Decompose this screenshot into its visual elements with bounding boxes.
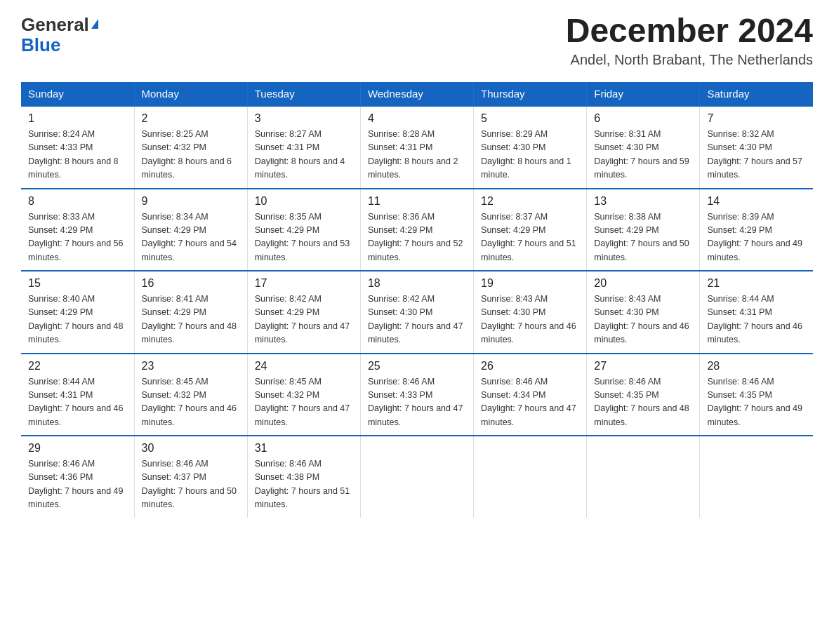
day-info: Sunrise: 8:34 AM Sunset: 4:29 PM Dayligh… [142,210,240,265]
calendar-week-4: 22 Sunrise: 8:44 AM Sunset: 4:31 PM Dayl… [21,354,813,436]
day-number: 11 [368,195,466,208]
calendar-cell: 8 Sunrise: 8:33 AM Sunset: 4:29 PM Dayli… [21,189,134,271]
day-number: 1 [28,112,127,125]
day-number: 26 [481,360,579,373]
weekday-header-monday: Monday [134,82,247,106]
day-info: Sunrise: 8:46 AM Sunset: 4:37 PM Dayligh… [142,457,240,512]
day-info: Sunrise: 8:35 AM Sunset: 4:29 PM Dayligh… [255,210,353,265]
weekday-header-saturday: Saturday [700,82,813,106]
day-number: 6 [594,112,692,125]
page-header: General Blue December 2024 Andel, North … [21,14,813,68]
day-number: 15 [28,277,127,290]
day-info: Sunrise: 8:40 AM Sunset: 4:29 PM Dayligh… [28,293,127,347]
calendar-cell: 21 Sunrise: 8:44 AM Sunset: 4:31 PM Dayl… [700,271,813,354]
calendar-week-5: 29 Sunrise: 8:46 AM Sunset: 4:36 PM Dayl… [21,436,813,518]
day-info: Sunrise: 8:33 AM Sunset: 4:29 PM Dayligh… [28,210,127,265]
day-number: 21 [707,277,806,290]
day-number: 14 [707,195,806,208]
day-number: 23 [142,360,240,373]
day-number: 28 [707,360,806,373]
calendar-week-2: 8 Sunrise: 8:33 AM Sunset: 4:29 PM Dayli… [21,189,813,271]
day-number: 3 [255,112,353,125]
day-number: 9 [142,195,240,208]
weekday-header-friday: Friday [587,82,700,106]
calendar-cell: 5 Sunrise: 8:29 AM Sunset: 4:30 PM Dayli… [474,106,587,189]
calendar-cell: 2 Sunrise: 8:25 AM Sunset: 4:32 PM Dayli… [134,106,247,189]
weekday-header-sunday: Sunday [21,82,134,106]
day-number: 5 [481,112,579,125]
calendar-cell: 20 Sunrise: 8:43 AM Sunset: 4:30 PM Dayl… [587,271,700,354]
day-number: 10 [255,195,353,208]
title-area: December 2024 Andel, North Brabant, The … [566,14,813,68]
day-info: Sunrise: 8:39 AM Sunset: 4:29 PM Dayligh… [707,210,806,265]
calendar-header-row: SundayMondayTuesdayWednesdayThursdayFrid… [21,82,813,106]
day-info: Sunrise: 8:29 AM Sunset: 4:30 PM Dayligh… [481,128,579,182]
logo-blue-text: Blue [21,34,60,56]
day-info: Sunrise: 8:46 AM Sunset: 4:35 PM Dayligh… [594,375,692,430]
calendar-cell: 26 Sunrise: 8:46 AM Sunset: 4:34 PM Dayl… [474,354,587,436]
calendar-cell: 9 Sunrise: 8:34 AM Sunset: 4:29 PM Dayli… [134,189,247,271]
day-number: 18 [368,277,466,290]
calendar-cell: 18 Sunrise: 8:42 AM Sunset: 4:30 PM Dayl… [360,271,473,354]
day-number: 20 [594,277,692,290]
calendar-cell: 29 Sunrise: 8:46 AM Sunset: 4:36 PM Dayl… [21,436,134,518]
weekday-header-thursday: Thursday [474,82,587,106]
day-number: 12 [481,195,579,208]
day-info: Sunrise: 8:31 AM Sunset: 4:30 PM Dayligh… [594,128,692,182]
day-info: Sunrise: 8:46 AM Sunset: 4:38 PM Dayligh… [255,457,353,512]
day-number: 16 [142,277,240,290]
day-number: 4 [368,112,466,125]
calendar-cell [587,436,700,518]
calendar-cell: 22 Sunrise: 8:44 AM Sunset: 4:31 PM Dayl… [21,354,134,436]
location-subtitle: Andel, North Brabant, The Netherlands [566,52,813,68]
day-number: 19 [481,277,579,290]
day-number: 8 [28,195,127,208]
day-info: Sunrise: 8:45 AM Sunset: 4:32 PM Dayligh… [142,375,240,430]
day-number: 25 [368,360,466,373]
day-info: Sunrise: 8:46 AM Sunset: 4:35 PM Dayligh… [707,375,806,430]
calendar-cell: 16 Sunrise: 8:41 AM Sunset: 4:29 PM Dayl… [134,271,247,354]
day-info: Sunrise: 8:45 AM Sunset: 4:32 PM Dayligh… [255,375,353,430]
calendar-week-1: 1 Sunrise: 8:24 AM Sunset: 4:33 PM Dayli… [21,106,813,189]
calendar-cell: 12 Sunrise: 8:37 AM Sunset: 4:29 PM Dayl… [474,189,587,271]
calendar-cell: 1 Sunrise: 8:24 AM Sunset: 4:33 PM Dayli… [21,106,134,189]
calendar-cell: 30 Sunrise: 8:46 AM Sunset: 4:37 PM Dayl… [134,436,247,518]
calendar-cell: 28 Sunrise: 8:46 AM Sunset: 4:35 PM Dayl… [700,354,813,436]
day-number: 22 [28,360,127,373]
calendar-cell: 3 Sunrise: 8:27 AM Sunset: 4:31 PM Dayli… [247,106,360,189]
day-info: Sunrise: 8:46 AM Sunset: 4:33 PM Dayligh… [368,375,466,430]
day-number: 29 [28,442,127,455]
day-info: Sunrise: 8:37 AM Sunset: 4:29 PM Dayligh… [481,210,579,265]
day-number: 7 [707,112,806,125]
day-number: 27 [594,360,692,373]
day-info: Sunrise: 8:43 AM Sunset: 4:30 PM Dayligh… [481,293,579,347]
calendar-cell: 17 Sunrise: 8:42 AM Sunset: 4:29 PM Dayl… [247,271,360,354]
day-number: 30 [142,442,240,455]
calendar-table: SundayMondayTuesdayWednesdayThursdayFrid… [21,82,813,518]
day-info: Sunrise: 8:25 AM Sunset: 4:32 PM Dayligh… [142,128,240,182]
calendar-cell [474,436,587,518]
day-info: Sunrise: 8:46 AM Sunset: 4:36 PM Dayligh… [28,457,127,512]
calendar-cell [700,436,813,518]
day-number: 17 [255,277,353,290]
calendar-week-3: 15 Sunrise: 8:40 AM Sunset: 4:29 PM Dayl… [21,271,813,354]
calendar-cell: 27 Sunrise: 8:46 AM Sunset: 4:35 PM Dayl… [587,354,700,436]
calendar-cell: 24 Sunrise: 8:45 AM Sunset: 4:32 PM Dayl… [247,354,360,436]
calendar-cell: 6 Sunrise: 8:31 AM Sunset: 4:30 PM Dayli… [587,106,700,189]
day-info: Sunrise: 8:36 AM Sunset: 4:29 PM Dayligh… [368,210,466,265]
day-info: Sunrise: 8:41 AM Sunset: 4:29 PM Dayligh… [142,293,240,347]
day-number: 31 [255,442,353,455]
calendar-cell: 23 Sunrise: 8:45 AM Sunset: 4:32 PM Dayl… [134,354,247,436]
calendar-cell: 15 Sunrise: 8:40 AM Sunset: 4:29 PM Dayl… [21,271,134,354]
day-info: Sunrise: 8:38 AM Sunset: 4:29 PM Dayligh… [594,210,692,265]
day-info: Sunrise: 8:42 AM Sunset: 4:29 PM Dayligh… [255,293,353,347]
weekday-header-wednesday: Wednesday [360,82,473,106]
calendar-cell: 7 Sunrise: 8:32 AM Sunset: 4:30 PM Dayli… [700,106,813,189]
logo: General Blue [21,14,98,56]
day-info: Sunrise: 8:46 AM Sunset: 4:34 PM Dayligh… [481,375,579,430]
logo-triangle-icon [91,19,98,29]
day-number: 13 [594,195,692,208]
day-info: Sunrise: 8:24 AM Sunset: 4:33 PM Dayligh… [28,128,127,182]
day-number: 2 [142,112,240,125]
day-info: Sunrise: 8:27 AM Sunset: 4:31 PM Dayligh… [255,128,353,182]
